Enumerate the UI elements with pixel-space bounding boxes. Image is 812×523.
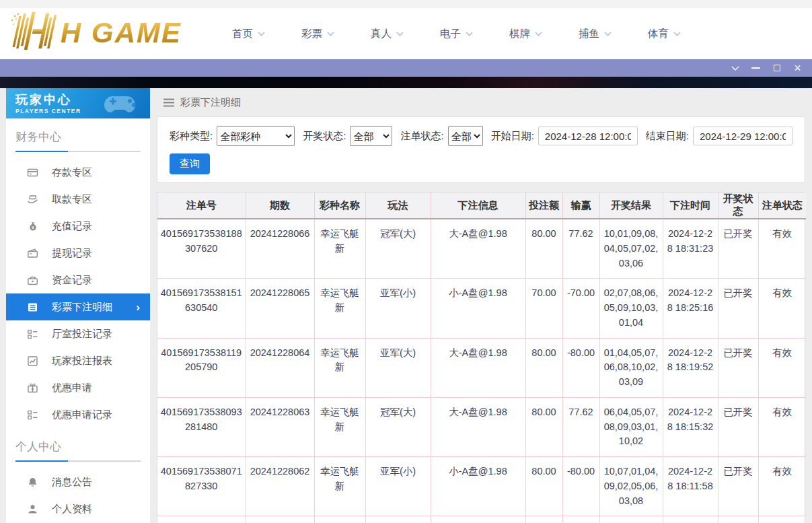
nav-item-3[interactable]: 电子 bbox=[422, 27, 491, 41]
section-divider bbox=[15, 460, 141, 462]
table-cell: 80.00 bbox=[525, 457, 562, 516]
hamburger-menu-icon[interactable] bbox=[163, 98, 174, 107]
sidebar-item-label: 优惠申请 bbox=[52, 382, 92, 394]
checklist-icon bbox=[27, 409, 38, 421]
section-divider bbox=[15, 151, 141, 152]
sidebar-item-0-9[interactable]: 优惠申请记录 bbox=[6, 401, 150, 428]
table-cell: 401569173538188307620 bbox=[157, 219, 246, 279]
table-cell: 20241228062 bbox=[246, 457, 314, 516]
sidebar-item-0-1[interactable]: 取款专区 bbox=[6, 186, 150, 213]
draw-status-select[interactable]: 全部 bbox=[350, 126, 392, 146]
close-icon[interactable]: × bbox=[787, 59, 808, 77]
table-cell: 67.91 bbox=[562, 516, 599, 523]
withdraw-hand-icon bbox=[27, 194, 38, 205]
table-row: 40156917353815163054020241228065幸运飞艇新亚军(… bbox=[157, 279, 806, 338]
purse-icon bbox=[27, 275, 38, 286]
chevron-down-icon[interactable] bbox=[725, 59, 745, 77]
nav-item-1[interactable]: 彩票 bbox=[283, 27, 353, 41]
sidebar-item-label: 充值记录 bbox=[52, 220, 92, 233]
chevron-down-icon bbox=[673, 32, 681, 36]
chevron-down-icon bbox=[327, 32, 334, 36]
nav-item-6[interactable]: 体育 bbox=[630, 27, 699, 41]
app-window: { "brand": { "name": "H GAME" }, "nav": … bbox=[0, 0, 812, 523]
nav-item-2[interactable]: 真人 bbox=[353, 27, 422, 41]
person-icon bbox=[27, 503, 38, 515]
page-title: 彩票下注明细 bbox=[180, 96, 241, 109]
sidebar-item-0-3[interactable]: 提现记录 bbox=[6, 240, 150, 267]
table-cell: 77.62 bbox=[562, 219, 599, 279]
background-strip bbox=[0, 77, 812, 88]
gift-icon: ¥ bbox=[27, 382, 38, 394]
table-cell: 幸运飞艇新 bbox=[314, 516, 365, 523]
table-header-row: 注单号期数彩种名称玩法下注信息投注额输赢开奖结果下注时间开奖状态注单状态 bbox=[157, 193, 806, 219]
lottery-type-label: 彩种类型: bbox=[170, 130, 213, 143]
table-header-cell: 期数 bbox=[246, 193, 314, 219]
chevron-down-icon bbox=[466, 32, 473, 36]
sidebar-item-label: 取款专区 bbox=[52, 193, 92, 206]
sidebar-item-0-6[interactable]: 厅室投注记录 bbox=[6, 320, 150, 347]
table-cell: 幸运飞艇新 bbox=[314, 338, 365, 397]
nav-item-0[interactable]: 首页 bbox=[214, 27, 283, 41]
table-cell: 02,07,08,06,05,09,10,03,01,04 bbox=[599, 279, 663, 338]
top-header: H GAME 首页彩票真人电子棋牌捕鱼体育 bbox=[0, 0, 812, 59]
table-cell: 70.00 bbox=[525, 516, 562, 523]
table-cell: 401569173538151630540 bbox=[157, 279, 246, 338]
maximize-icon[interactable] bbox=[766, 59, 787, 77]
search-button[interactable]: 查询 bbox=[170, 153, 210, 174]
table-cell: 401569173538071827330 bbox=[157, 457, 246, 516]
table-cell: 冠军(大) bbox=[365, 516, 431, 523]
wallet-icon bbox=[27, 248, 38, 259]
table-cell: 冠军(大) bbox=[365, 397, 431, 456]
table-cell: 20241228065 bbox=[246, 279, 314, 338]
sidebar-item-1-0[interactable]: 消息公告 bbox=[6, 468, 150, 495]
sidebar-item-0-7[interactable]: 玩家投注报表 bbox=[6, 347, 150, 374]
table-header-cell: 玩法 bbox=[365, 193, 431, 219]
chevron-down-icon bbox=[604, 32, 612, 36]
nav-item-label: 棋牌 bbox=[509, 27, 530, 41]
sidebar-item-0-5[interactable]: 彩票下注明细› bbox=[6, 293, 150, 320]
table-cell: -80.00 bbox=[562, 338, 599, 397]
table-cell: 401569173538119205790 bbox=[157, 338, 246, 397]
table-cell: 70.00 bbox=[525, 279, 562, 338]
table-cell: 20241228063 bbox=[246, 397, 314, 456]
filter-panel: 彩种类型: 全部彩种 开奖状态: 全部 注单状态: 全部 开始日期: 结束日期: bbox=[157, 116, 805, 183]
sidebar-item-0-2[interactable]: ¥充值记录 bbox=[6, 213, 150, 240]
order-status-select[interactable]: 全部 bbox=[448, 126, 483, 146]
table-cell: 有效 bbox=[758, 457, 806, 516]
sidebar-item-label: 个人资料 bbox=[52, 503, 92, 516]
table-cell: -80.00 bbox=[562, 457, 599, 516]
table-cell: 幸运飞艇新 bbox=[314, 279, 365, 338]
table-header-cell: 开奖状态 bbox=[718, 193, 758, 219]
sidebar-item-0-0[interactable]: 存款专区 bbox=[6, 159, 150, 186]
main-area: 玩家中心 PLAYERS CENTER 财务中心存款专区取款专区¥充值记录提现记… bbox=[0, 88, 812, 523]
sidebar-item-0-8[interactable]: ¥优惠申请 bbox=[6, 374, 150, 401]
table-cell: 2024-12-28 18:19:52 bbox=[663, 338, 718, 397]
table-row: 40156917353809328148020241228063幸运飞艇新冠军(… bbox=[157, 397, 806, 456]
sidebar-item-0-4[interactable]: 资金记录 bbox=[6, 267, 150, 293]
nav-item-4[interactable]: 棋牌 bbox=[491, 27, 560, 41]
gamepad-icon bbox=[103, 92, 142, 115]
table-cell: 已开奖 bbox=[718, 457, 758, 516]
sidebar: 玩家中心 PLAYERS CENTER 财务中心存款专区取款专区¥充值记录提现记… bbox=[6, 88, 150, 523]
start-date-input[interactable] bbox=[538, 127, 638, 145]
money-bag-icon: ¥ bbox=[27, 221, 38, 232]
table-row: 40156917353818830762020241228066幸运飞艇新冠军(… bbox=[157, 219, 806, 279]
table-cell: 有效 bbox=[758, 397, 806, 456]
sidebar-item-1-1[interactable]: 个人资料 bbox=[6, 495, 150, 522]
end-date-input[interactable] bbox=[693, 127, 792, 145]
nav-item-label: 真人 bbox=[371, 27, 392, 41]
table-cell: 大-A盘@1.98 bbox=[431, 397, 525, 456]
table-cell: 80.00 bbox=[525, 219, 562, 279]
table-cell: 亚军(小) bbox=[365, 457, 431, 516]
sidebar-item-label: 消息公告 bbox=[52, 476, 92, 489]
table-cell: 已开奖 bbox=[718, 397, 758, 456]
minimize-icon[interactable] bbox=[745, 59, 766, 77]
content-area: 彩票下注明细 彩种类型: 全部彩种 开奖状态: 全部 注单状态: 全部 bbox=[150, 88, 812, 523]
nav-item-label: 彩票 bbox=[301, 27, 322, 41]
table-cell: 小-A盘@1.98 bbox=[431, 279, 525, 338]
sidebar-header: 玩家中心 PLAYERS CENTER bbox=[6, 88, 150, 118]
lottery-type-select[interactable]: 全部彩种 bbox=[217, 126, 295, 146]
nav-item-5[interactable]: 捕鱼 bbox=[560, 27, 630, 41]
brand-logo-icon: H GAME bbox=[5, 11, 187, 53]
table-cell: 大-A盘@1.98 bbox=[431, 338, 525, 397]
